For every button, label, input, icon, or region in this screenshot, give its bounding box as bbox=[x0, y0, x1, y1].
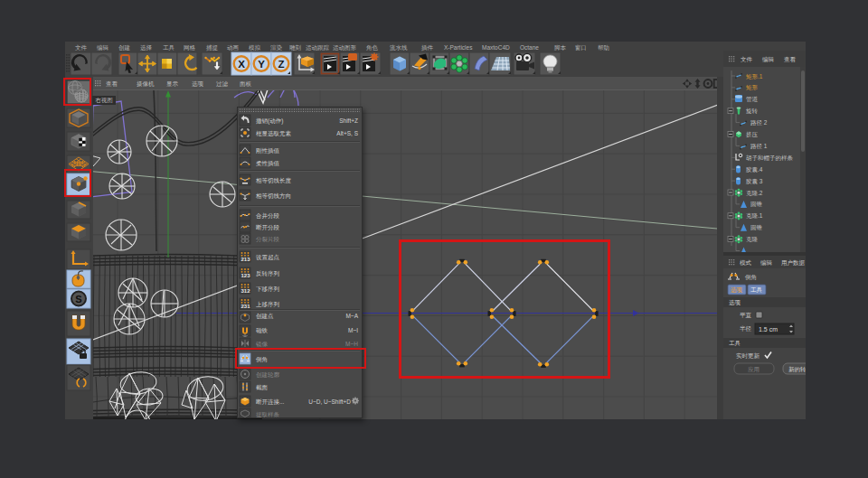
svg-text:相等切线方向: 相等切线方向 bbox=[255, 192, 291, 200]
svg-text:上移序列: 上移序列 bbox=[256, 301, 280, 308]
svg-text:工具: 工具 bbox=[750, 286, 763, 293]
svg-text:路径 1: 路径 1 bbox=[750, 143, 768, 150]
svg-text:编辑: 编辑 bbox=[762, 56, 775, 62]
svg-text:X: X bbox=[238, 59, 245, 70]
svg-text:Shift+Z: Shift+Z bbox=[339, 117, 358, 124]
svg-text:选项: 选项 bbox=[731, 286, 743, 294]
svg-text:提取样条: 提取样条 bbox=[256, 411, 280, 418]
svg-text:分裂片段: 分裂片段 bbox=[256, 236, 280, 243]
svg-text:挤压: 挤压 bbox=[746, 131, 759, 138]
svg-text:下移序列: 下移序列 bbox=[256, 286, 280, 293]
svg-text:模式: 模式 bbox=[740, 259, 752, 266]
svg-text:胡子和帽子的样条: 胡子和帽子的样条 bbox=[745, 155, 794, 162]
svg-text:123: 123 bbox=[241, 273, 251, 278]
svg-text:Alt+S, S: Alt+S, S bbox=[336, 130, 358, 136]
svg-text:克隆: 克隆 bbox=[746, 236, 759, 243]
svg-text:圆锥: 圆锥 bbox=[750, 201, 763, 207]
svg-text:M~H: M~H bbox=[345, 341, 358, 347]
svg-text:用户数据: 用户数据 bbox=[781, 259, 806, 267]
svg-text:实时更新: 实时更新 bbox=[736, 352, 760, 360]
svg-text:圆锥: 圆锥 bbox=[750, 224, 763, 230]
svg-text:相等切线长度: 相等切线长度 bbox=[255, 177, 292, 184]
svg-text:胶囊 3: 胶囊 3 bbox=[745, 178, 763, 184]
svg-text:矩形: 矩形 bbox=[746, 84, 759, 91]
svg-text:旋转: 旋转 bbox=[746, 108, 759, 115]
svg-text:刚性插值: 刚性插值 bbox=[256, 147, 280, 155]
svg-text:312: 312 bbox=[241, 288, 251, 294]
svg-text:合并分段: 合并分段 bbox=[256, 212, 280, 220]
svg-text:克隆.1: 克隆.1 bbox=[746, 212, 763, 220]
svg-text:工具: 工具 bbox=[729, 340, 741, 346]
svg-text:U~D, U~Shift+D: U~D, U~Shift+D bbox=[308, 398, 351, 405]
svg-text:矩形.1: 矩形.1 bbox=[746, 73, 763, 80]
svg-text:断开连接...: 断开连接... bbox=[256, 398, 285, 405]
svg-text:反转序列: 反转序列 bbox=[256, 270, 280, 276]
svg-text:应用: 应用 bbox=[748, 366, 760, 373]
svg-text:选项: 选项 bbox=[729, 299, 741, 306]
svg-text:磁铁: 磁铁 bbox=[256, 327, 269, 333]
svg-text:平直: 平直 bbox=[740, 312, 752, 318]
svg-text:创建轮廓: 创建轮廓 bbox=[256, 371, 280, 379]
svg-text:M~A: M~A bbox=[345, 313, 358, 319]
svg-text:Z: Z bbox=[278, 59, 284, 70]
svg-text:撤销(动作): 撤销(动作) bbox=[256, 117, 283, 125]
svg-text:Y: Y bbox=[258, 59, 265, 70]
svg-text:半径: 半径 bbox=[740, 325, 752, 332]
svg-text:柔性插值: 柔性插值 bbox=[256, 160, 280, 167]
svg-text:镜像: 镜像 bbox=[255, 341, 269, 348]
svg-text:断开分段: 断开分段 bbox=[256, 224, 280, 230]
svg-text:M~I: M~I bbox=[348, 327, 358, 333]
svg-text:S: S bbox=[75, 294, 81, 305]
svg-text:倒角: 倒角 bbox=[745, 274, 757, 281]
svg-text:213: 213 bbox=[241, 257, 251, 262]
svg-text:管道: 管道 bbox=[746, 96, 759, 103]
svg-text:1.5 cm: 1.5 cm bbox=[759, 326, 778, 333]
svg-text:路径 2: 路径 2 bbox=[750, 119, 768, 127]
svg-text:编辑: 编辑 bbox=[760, 259, 773, 266]
svg-text:创建点: 创建点 bbox=[256, 313, 274, 320]
svg-text:克隆.2: 克隆.2 bbox=[746, 190, 763, 197]
svg-text:截面: 截面 bbox=[256, 384, 269, 390]
svg-text:查看: 查看 bbox=[784, 56, 797, 63]
svg-text:文件: 文件 bbox=[741, 56, 753, 62]
svg-text:设置起点: 设置起点 bbox=[256, 254, 280, 261]
svg-text:胶囊.4: 胶囊.4 bbox=[745, 166, 763, 173]
svg-text:新的转: 新的转 bbox=[788, 366, 806, 373]
svg-text:231: 231 bbox=[241, 304, 251, 309]
svg-text:框显选取元素: 框显选取元素 bbox=[256, 130, 292, 137]
